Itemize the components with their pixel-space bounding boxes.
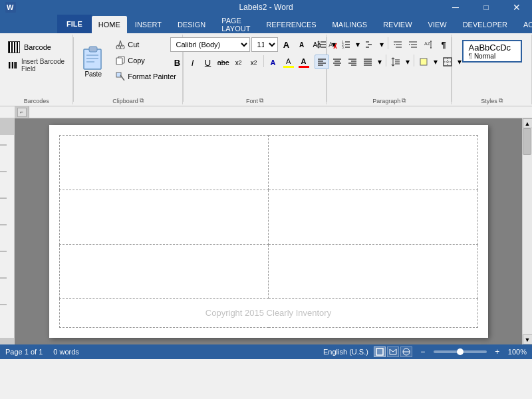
sort-button[interactable]: AZ — [421, 37, 436, 52]
zoom-slider[interactable] — [434, 350, 487, 353]
web-layout-button[interactable] — [400, 346, 412, 357]
text-effects-button[interactable]: A — [266, 55, 281, 70]
bold-button[interactable]: B — [170, 55, 185, 70]
tab-home[interactable]: HOME — [92, 16, 127, 33]
insert-barcode-icon — [8, 61, 17, 70]
paste-label: Paste — [84, 70, 102, 78]
show-marks-button[interactable]: ¶ — [436, 37, 451, 52]
label-cell[interactable] — [59, 190, 269, 244]
tab-view[interactable]: VIEW — [420, 16, 455, 33]
page-info[interactable]: Page 1 of 1 — [5, 348, 43, 356]
document-page[interactable]: Copyright 2015 Clearly Inventory — [49, 125, 488, 338]
justify-button[interactable] — [360, 55, 375, 69]
decrease-indent-button[interactable] — [390, 37, 405, 52]
tab-file[interactable]: FILE — [57, 15, 92, 33]
style-name: Normal — [474, 53, 495, 60]
title-text: Labels2 - Word — [239, 3, 293, 12]
superscript-button[interactable]: x2 — [247, 55, 261, 70]
print-layout-button[interactable] — [374, 346, 386, 357]
zoom-out-button[interactable]: − — [418, 347, 428, 356]
scroll-track[interactable] — [523, 128, 532, 334]
barcode-icon — [8, 41, 20, 53]
font-expand-icon[interactable]: ⧉ — [259, 97, 263, 104]
tab-insert[interactable]: INSERT — [127, 16, 170, 33]
scroll-thumb[interactable] — [523, 128, 531, 155]
zoom-level[interactable]: 100% — [508, 348, 527, 356]
minimize-button[interactable]: ─ — [440, 0, 471, 15]
numbered-list-dropdown[interactable]: ▾ — [354, 37, 362, 52]
scroll-up-button[interactable]: ▲ — [523, 118, 533, 128]
shading-dropdown[interactable]: ▾ — [432, 55, 440, 69]
multilevel-list-dropdown[interactable]: ▾ — [378, 37, 386, 52]
barcode-button[interactable]: Barcode — [5, 40, 67, 55]
styles-group-label: Styles ⧉ — [481, 96, 503, 104]
tab-references[interactable]: REFERENCES — [258, 16, 324, 33]
paragraph-expand-icon[interactable]: ⧉ — [402, 97, 406, 104]
shading-button[interactable] — [416, 55, 431, 69]
clipboard-group-label: Clipboard ⧉ — [112, 96, 144, 104]
format-painter-icon — [116, 72, 125, 81]
vertical-scrollbar[interactable]: ▲ ▼ — [522, 118, 532, 344]
zoom-in-button[interactable]: + — [492, 347, 503, 356]
align-right-button[interactable] — [345, 55, 360, 69]
grow-font-button[interactable]: A — [279, 37, 294, 52]
clipboard-group: Paste Cut — [74, 35, 183, 104]
numbered-list-button[interactable]: 1. 2. 3. — [338, 37, 353, 52]
clipboard-expand-icon[interactable]: ⧉ — [140, 97, 144, 104]
maximize-button[interactable]: □ — [471, 0, 501, 15]
ruler-corner[interactable]: ⌐ — [17, 108, 27, 117]
language[interactable]: English (U.S.) — [323, 348, 368, 356]
shrink-font-button[interactable]: A — [295, 37, 309, 52]
view-buttons — [374, 346, 412, 357]
align-center-button[interactable] — [330, 55, 344, 69]
label-cell[interactable]: Copyright 2015 Clearly Inventory — [59, 299, 477, 328]
highlight-button[interactable]: A — [281, 55, 296, 70]
font-size-select[interactable]: 11 — [251, 37, 278, 52]
insert-barcode-field-button[interactable]: Insert Barcode Field — [5, 57, 67, 74]
style-normal-button[interactable]: AaBbCcDc ¶ Normal — [462, 40, 522, 63]
close-button[interactable]: ✕ — [501, 0, 532, 15]
tab-design[interactable]: DESIGN — [170, 16, 213, 33]
svg-rect-8 — [14, 62, 15, 68]
increase-indent-button[interactable] — [406, 37, 420, 52]
line-spacing-button[interactable] — [388, 55, 403, 69]
label-cell[interactable] — [59, 244, 269, 299]
svg-point-30 — [318, 47, 320, 49]
styles-expand-icon[interactable]: ⧉ — [499, 97, 503, 104]
label-cell[interactable] — [269, 136, 478, 190]
style-preview-text: AaBbCcDc — [469, 43, 511, 53]
copy-icon — [116, 56, 125, 65]
label-cell[interactable] — [269, 244, 478, 299]
scroll-down-button[interactable]: ▼ — [523, 334, 533, 344]
font-color-button[interactable]: A — [297, 55, 311, 70]
tab-review[interactable]: REVIEW — [375, 16, 420, 33]
read-mode-button[interactable] — [387, 346, 399, 357]
label-cell[interactable] — [269, 190, 478, 244]
bullets-button[interactable] — [315, 37, 329, 52]
word-count[interactable]: 0 words — [53, 348, 79, 356]
justify-dropdown[interactable]: ▾ — [376, 55, 384, 69]
tab-mailings[interactable]: MAILINGS — [325, 16, 376, 33]
underline-button[interactable]: U — [201, 55, 215, 70]
align-left-button[interactable] — [315, 55, 329, 69]
multilevel-list-button[interactable] — [362, 37, 377, 52]
line-spacing-dropdown[interactable]: ▾ — [404, 55, 412, 69]
tab-acrobat[interactable]: ACROBAT — [515, 16, 532, 33]
status-bar: Page 1 of 1 0 words English (U.S.) − + 1… — [0, 344, 532, 359]
paragraph-group-label: Paragraph ⧉ — [372, 96, 406, 104]
svg-point-28 — [318, 44, 320, 46]
italic-button[interactable]: I — [186, 55, 200, 70]
ribbon-tabs: FILE HOME INSERT DESIGN PAGE LAYOUT REFE… — [57, 15, 532, 33]
font-name-select[interactable]: Calibri (Body) — [170, 37, 250, 52]
paste-button[interactable]: Paste — [76, 37, 110, 84]
subscript-button[interactable]: x2 — [231, 55, 246, 70]
tab-page-layout[interactable]: PAGE LAYOUT — [213, 16, 258, 33]
label-cell[interactable] — [59, 136, 269, 190]
tab-developer[interactable]: DEVELOPER — [455, 16, 515, 33]
strikethrough-button[interactable]: abc — [216, 55, 231, 70]
zoom-thumb[interactable] — [457, 348, 464, 355]
vertical-ruler — [0, 118, 15, 344]
bullets-dropdown[interactable]: ▾ — [330, 37, 338, 52]
page-container[interactable]: Copyright 2015 Clearly Inventory — [15, 118, 522, 344]
svg-rect-9 — [15, 62, 17, 68]
